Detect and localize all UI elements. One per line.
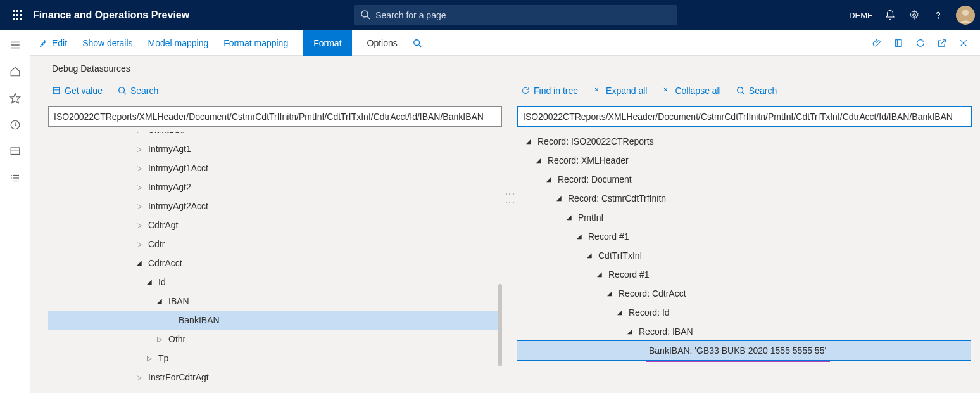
modules-icon[interactable] [9, 172, 21, 184]
bell-icon[interactable] [884, 9, 896, 22]
chevron-down-icon[interactable]: ◢ [524, 132, 534, 151]
app-launcher-icon[interactable] [5, 10, 30, 20]
options-button[interactable]: Options [367, 38, 398, 48]
right-pane: Find in tree Expand all Collapse all [517, 81, 971, 388]
format-tab[interactable]: Format [303, 30, 351, 56]
tree-row[interactable]: ◢Record: Document [517, 170, 971, 189]
edit-button[interactable]: Edit [39, 38, 67, 48]
find-in-tree-button[interactable]: Find in tree [521, 86, 578, 96]
tree-row[interactable]: ◢IBAN [48, 292, 502, 311]
nav-rail [0, 30, 30, 393]
splitter-handle[interactable]: ⋮⋮ [504, 189, 516, 207]
expand-all-button[interactable]: Expand all [593, 86, 647, 96]
workspace-icon[interactable] [9, 146, 21, 157]
tree-row[interactable]: ▷Cdtr [48, 235, 502, 254]
chevron-down-icon[interactable]: ◢ [544, 170, 554, 189]
tree-node-label: Record: CdtrAcct [619, 284, 686, 303]
get-value-button[interactable]: Get value [52, 86, 103, 96]
svg-rect-1 [16, 10, 18, 12]
tree-row[interactable]: ▷IntrmyAgt2 [48, 177, 502, 196]
chevron-down-icon[interactable]: ◢ [134, 254, 144, 273]
tree-row[interactable]: ◢CdtTrfTxInf [517, 246, 971, 265]
tree-row[interactable]: ◢Record #1 [517, 265, 971, 284]
chevron-down-icon[interactable]: ◢ [605, 284, 615, 303]
menu-icon[interactable] [9, 39, 21, 51]
tree-node-label: BankIBAN: 'GB33 BUKB 2020 1555 5555 55' [649, 341, 826, 360]
left-path-input[interactable] [48, 106, 502, 127]
close-icon[interactable] [958, 38, 969, 48]
gear-icon[interactable] [908, 9, 920, 22]
scrollbar-thumb[interactable] [498, 284, 502, 366]
tree-row[interactable]: ▷UltmtDbtr [48, 132, 502, 139]
tree-row[interactable]: ◢CdtrAcct [48, 254, 502, 273]
tree-row[interactable]: ▷IntrmyAgt1 [48, 139, 502, 158]
chevron-down-icon[interactable]: ◢ [594, 265, 605, 284]
chevron-right-icon[interactable]: ▷ [154, 330, 165, 349]
chevron-down-icon[interactable]: ◢ [615, 303, 625, 322]
right-search-button[interactable]: Search [736, 86, 777, 96]
chevron-down-icon[interactable]: ◢ [574, 227, 584, 246]
tree-row[interactable]: ▷Tp [48, 349, 502, 368]
chevron-right-icon[interactable]: ▷ [134, 139, 144, 158]
tree-row[interactable]: ◢Id [48, 273, 502, 292]
user-avatar[interactable] [956, 6, 975, 25]
help-icon[interactable] [932, 9, 945, 22]
tree-row[interactable]: ▷CdtrAgt [48, 216, 502, 235]
left-pane: Get value Search ▷UltmtDbtr▷IntrmyAgt1▷I… [48, 81, 502, 388]
right-pane-toolbar: Find in tree Expand all Collapse all [517, 81, 971, 100]
svg-rect-6 [13, 18, 15, 20]
tree-row[interactable]: ◢Record #1 [517, 227, 971, 246]
highlight-underline [646, 360, 830, 362]
model-mapping-button[interactable]: Model mapping [148, 38, 209, 48]
collapse-all-button[interactable]: Collapse all [662, 86, 720, 96]
tree-row[interactable]: ◢Record: XMLHeader [517, 151, 971, 170]
chevron-right-icon[interactable]: ▷ [134, 368, 144, 387]
tree-node-label: IntrmyAgt1Acct [148, 158, 208, 177]
tree-row[interactable]: ▷Othr [48, 330, 502, 349]
company-code[interactable]: DEMF [849, 11, 872, 20]
tree-row[interactable]: ◢PmtInf [517, 208, 971, 227]
tree-row[interactable]: ▷InstrForCdtrAgt [48, 368, 502, 387]
home-icon[interactable] [9, 66, 21, 77]
tree-node-label: CdtTrfTxInf [598, 246, 643, 265]
recent-icon[interactable] [9, 119, 21, 131]
attach-icon[interactable] [872, 38, 883, 48]
show-details-button[interactable]: Show details [82, 38, 132, 48]
tree-row[interactable]: ◢Record: ISO20022CTReports [517, 132, 971, 151]
chevron-right-icon[interactable]: ▷ [144, 349, 154, 368]
global-search-input[interactable] [354, 5, 677, 25]
right-tree[interactable]: ◢Record: ISO20022CTReports◢Record: XMLHe… [517, 132, 971, 362]
chevron-right-icon[interactable]: ▷ [134, 235, 144, 254]
tree-row[interactable]: ◢Record: Id [517, 303, 971, 322]
chevron-right-icon[interactable]: ▷ [134, 196, 144, 216]
chevron-down-icon[interactable]: ◢ [154, 292, 165, 311]
chevron-right-icon[interactable]: ▷ [134, 132, 144, 139]
search-commands-icon[interactable] [413, 39, 422, 48]
tree-row[interactable]: ▷IntrmyAgt1Acct [48, 158, 502, 177]
chevron-down-icon[interactable]: ◢ [534, 151, 544, 170]
chevron-right-icon[interactable]: ▷ [134, 177, 144, 196]
popout-icon[interactable] [937, 38, 947, 48]
chevron-down-icon[interactable]: ◢ [554, 189, 564, 208]
chevron-down-icon[interactable]: ◢ [584, 246, 594, 265]
left-search-button[interactable]: Search [118, 86, 158, 96]
find-in-tree-label: Find in tree [534, 86, 578, 96]
chevron-down-icon[interactable]: ◢ [144, 273, 154, 292]
chevron-right-icon[interactable]: ▷ [134, 158, 144, 177]
chevron-down-icon[interactable]: ◢ [625, 322, 635, 341]
tree-row[interactable]: ◢Record: IBAN [517, 322, 971, 341]
refresh-icon[interactable] [915, 38, 926, 48]
left-search-label: Search [130, 86, 158, 96]
star-icon[interactable] [9, 93, 21, 104]
tree-row[interactable]: ◢Record: CdtrAcct [517, 284, 971, 303]
left-tree[interactable]: ▷UltmtDbtr▷IntrmyAgt1▷IntrmyAgt1Acct▷Int… [48, 132, 502, 387]
tree-row[interactable]: BankIBAN: 'GB33 BUKB 2020 1555 5555 55' [517, 341, 971, 360]
tree-row[interactable]: ◢Record: CstmrCdtTrfInitn [517, 189, 971, 208]
chevron-down-icon[interactable]: ◢ [564, 208, 574, 227]
tree-row[interactable]: ▷IntrmyAgt2Acct [48, 196, 502, 216]
open-new-icon[interactable] [894, 38, 904, 48]
tree-row[interactable]: BankIBAN [48, 311, 502, 330]
chevron-right-icon[interactable]: ▷ [134, 216, 144, 235]
right-path-input[interactable] [517, 106, 971, 127]
format-mapping-button[interactable]: Format mapping [223, 38, 288, 48]
